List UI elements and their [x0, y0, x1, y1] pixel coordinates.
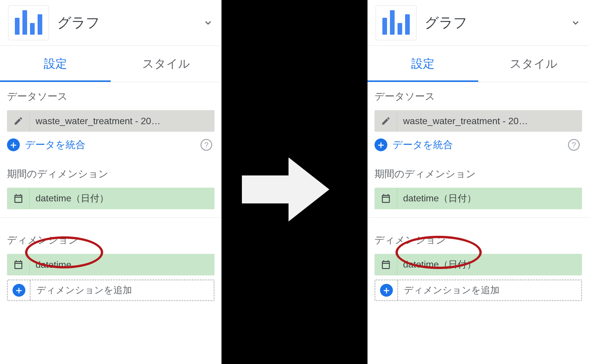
- plus-icon: ＋: [8, 280, 31, 300]
- tab-settings[interactable]: 設定: [368, 46, 478, 82]
- chart-type-icon[interactable]: [8, 5, 49, 40]
- calendar-icon: [375, 188, 397, 209]
- dimension-field-name: datetime: [30, 254, 214, 275]
- dimension-field[interactable]: datetime: [7, 254, 214, 275]
- datasource-label: データソース: [375, 90, 582, 103]
- transition-arrow-icon: [242, 157, 329, 221]
- dimension-field-name: datetime（日付）: [397, 254, 582, 275]
- datasource-chip[interactable]: waste_water_treatment - 20…: [375, 110, 582, 132]
- pencil-icon[interactable]: [375, 110, 397, 132]
- merge-data-row: ＋ データを統合 ?: [375, 138, 582, 152]
- pencil-icon[interactable]: [7, 110, 30, 132]
- bar-icon-bar: [405, 14, 410, 35]
- tab-style[interactable]: スタイル: [478, 46, 589, 82]
- panel-header: グラフ: [0, 0, 221, 46]
- date-dimension-field[interactable]: datetime（日付）: [375, 188, 582, 209]
- bar-icon-bar: [38, 14, 42, 35]
- date-dimension-section: 期間のディメンション datetime（日付）: [368, 152, 589, 218]
- date-dimension-label: 期間のディメンション: [7, 167, 214, 181]
- add-dimension-label: ディメンションを追加: [31, 280, 214, 300]
- help-icon[interactable]: ?: [568, 139, 580, 151]
- bar-icon-bar: [398, 23, 402, 35]
- add-dimension-button[interactable]: ＋ ディメンションを追加: [375, 279, 582, 301]
- bar-icon-bar: [15, 18, 20, 35]
- date-dimension-label: 期間のディメンション: [375, 167, 582, 181]
- bar-icon-bar: [30, 23, 35, 35]
- tab-style[interactable]: スタイル: [111, 46, 221, 82]
- tabs: 設定 スタイル: [368, 46, 589, 82]
- panel-title: グラフ: [57, 13, 202, 32]
- datasource-name: waste_water_treatment - 20…: [397, 110, 582, 132]
- date-dimension-field[interactable]: datetime（日付）: [7, 188, 214, 209]
- date-dimension-field-name: datetime（日付）: [30, 188, 214, 209]
- svg-marker-0: [242, 157, 329, 221]
- datasource-section: データソース waste_water_treatment - 20… ＋ データ…: [0, 82, 221, 152]
- bar-icon-bar: [382, 18, 387, 35]
- merge-data-row: ＋ データを統合 ?: [7, 138, 214, 152]
- datasource-section: データソース waste_water_treatment - 20… ＋ データ…: [368, 82, 589, 152]
- settings-panel-before: グラフ 設定 スタイル データソース waste_water_treatment…: [0, 0, 221, 364]
- settings-panel-after: グラフ 設定 スタイル データソース waste_water_treatment…: [368, 0, 589, 364]
- chevron-down-icon[interactable]: [569, 16, 582, 29]
- datasource-chip[interactable]: waste_water_treatment - 20…: [7, 110, 214, 132]
- help-icon[interactable]: ?: [201, 139, 212, 151]
- calendar-icon: [375, 254, 397, 275]
- plus-icon[interactable]: ＋: [7, 138, 20, 151]
- dimension-section: ディメンション datetime ＋ ディメンションを追加: [0, 218, 221, 301]
- dimension-field[interactable]: datetime（日付）: [375, 254, 582, 275]
- datasource-name: waste_water_treatment - 20…: [30, 110, 214, 132]
- merge-data-link[interactable]: データを統合: [393, 138, 563, 152]
- tab-settings[interactable]: 設定: [0, 46, 111, 82]
- chart-type-icon[interactable]: [376, 5, 416, 40]
- panel-title: グラフ: [425, 13, 569, 32]
- chevron-down-icon[interactable]: [202, 16, 214, 29]
- merge-data-link[interactable]: データを統合: [25, 138, 195, 152]
- add-dimension-label: ディメンションを追加: [398, 280, 581, 300]
- date-dimension-section: 期間のディメンション datetime（日付）: [0, 152, 221, 218]
- bar-icon-bar: [390, 10, 395, 35]
- plus-icon: ＋: [375, 280, 398, 300]
- date-dimension-field-name: datetime（日付）: [397, 188, 582, 209]
- plus-icon[interactable]: ＋: [375, 138, 387, 151]
- bar-icon-bar: [22, 10, 27, 35]
- datasource-label: データソース: [7, 90, 214, 103]
- add-dimension-button[interactable]: ＋ ディメンションを追加: [7, 279, 214, 301]
- panel-header: グラフ: [368, 0, 589, 46]
- tabs: 設定 スタイル: [0, 46, 221, 82]
- dimension-section: ディメンション datetime（日付） ＋ ディメンションを追加: [368, 218, 589, 301]
- calendar-icon: [7, 188, 30, 209]
- calendar-icon: [7, 254, 30, 275]
- dimension-label: ディメンション: [7, 233, 214, 247]
- dimension-label: ディメンション: [375, 233, 582, 247]
